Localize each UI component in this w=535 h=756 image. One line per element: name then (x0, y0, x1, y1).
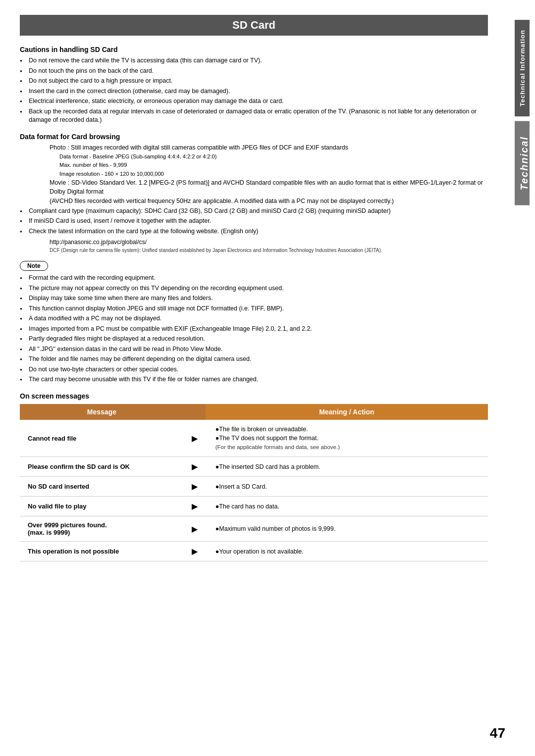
list-item: If miniSD Card is used, insert / remove … (20, 217, 488, 226)
list-item: The folder and file names may be differe… (20, 355, 488, 364)
table-row: No SD card inserted ▶ ●Insert a SD Card. (20, 477, 488, 497)
list-item: Check the latest information on the card… (20, 227, 488, 236)
action-bullet: ●The file is broken or unreadable. (214, 425, 480, 434)
arrow-icon: ▶ (184, 457, 206, 477)
message-cell: No valid file to play (20, 497, 184, 516)
cautions-list: Do not remove the card while the TV is a… (20, 56, 488, 125)
list-item: Insert the card in the correct direction… (20, 87, 488, 96)
action-bullet: ●Maximum valid number of photos is 9,999… (214, 524, 480, 534)
action-cell: ●Maximum valid number of photos is 9,999… (206, 516, 488, 542)
list-item: Do not touch the pins on the back of the… (20, 67, 488, 76)
messages-table: Message Meaning / Action Cannot read fil… (20, 404, 488, 562)
action-cell: ●Your operation is not available. (206, 542, 488, 561)
arrow-icon: ▶ (184, 542, 206, 561)
arrow-icon: ▶ (184, 516, 206, 542)
list-item: Images imported from a PC must be compat… (20, 325, 488, 334)
message-cell: No SD card inserted (20, 477, 184, 497)
message-cell: Over 9999 pictures found. (max. is 9999) (20, 516, 184, 542)
photo-detail-2: Image resolution - 160 × 120 to 10,000,0… (20, 170, 488, 178)
action-bullet: ●The inserted SD card has a problem. (214, 462, 480, 472)
dcf-note: DCF (Design rule for camera file system)… (20, 248, 488, 253)
col-arrow-header (184, 404, 206, 420)
data-format-bullets: Compliant card type (maximum capacity): … (20, 207, 488, 236)
page-title: SD Card (20, 15, 488, 36)
tab-technical-info: Technical Information (515, 20, 530, 116)
list-item: Compliant card type (maximum capacity): … (20, 207, 488, 216)
action-cell: ●Insert a SD Card. (206, 477, 488, 497)
note-box-wrapper: Note (20, 258, 488, 274)
photo-detail-1: Max. number of files - 9,999 (20, 161, 488, 169)
action-bullet: ●The TV does not support the format. (214, 434, 480, 443)
table-row: No valid file to play ▶ ●The card has no… (20, 497, 488, 516)
action-cell: ●The inserted SD card has a problem. (206, 457, 488, 477)
arrow-icon: ▶ (184, 497, 206, 516)
arrow-icon: ▶ (184, 420, 206, 457)
col-message-header: Message (20, 404, 184, 420)
photo-line: Photo : Still images recorded with digit… (20, 144, 488, 152)
list-item: This function cannot display Motion JPEG… (20, 304, 488, 313)
action-bullet: ●The card has no data. (214, 502, 480, 511)
action-bullet: ●Your operation is not available. (214, 547, 480, 556)
page-wrapper: Technical Information Technical SD Card … (0, 0, 535, 756)
list-item: Back up the recorded data at regular int… (20, 107, 488, 125)
list-item: All ".JPG" extension datas in the card w… (20, 345, 488, 354)
list-item: Electrical interference, static electric… (20, 97, 488, 106)
col-meaning-header: Meaning / Action (206, 404, 488, 420)
url-text: http://panasonic.co.jp/pavc/global/cs/ (20, 239, 488, 246)
movie-note: (AVCHD files recorded with vertical freq… (20, 197, 488, 206)
tab-technical: Technical (515, 121, 530, 205)
cautions-heading: Cautions in handling SD Card (20, 46, 488, 53)
main-content: SD Card Cautions in handling SD Card Do … (0, 0, 508, 601)
list-item: Format the card with the recording equip… (20, 274, 488, 283)
arrow-icon: ▶ (184, 477, 206, 497)
movie-line: Movie : SD-Video Standard Ver. 1.2 [MPEG… (20, 179, 488, 196)
page-number: 47 (490, 725, 505, 741)
right-tab: Technical Information Technical (509, 0, 535, 756)
list-item: Do not remove the card while the TV is a… (20, 56, 488, 65)
list-item: Do not use two-byte characters or other … (20, 365, 488, 374)
photo-detail-0: Data format - Baseline JPEG (Sub-samplin… (20, 153, 488, 160)
message-cell: Cannot read file (20, 420, 184, 457)
list-item: Do not subject the card to a high pressu… (20, 77, 488, 86)
table-row: Cannot read file ▶ ●The file is broken o… (20, 420, 488, 457)
note-label: Note (20, 261, 48, 271)
note-list: Format the card with the recording equip… (20, 274, 488, 384)
on-screen-heading: On screen messages (20, 392, 488, 400)
list-item: A data modified with a PC may not be dis… (20, 314, 488, 323)
data-format-heading: Data format for Card browsing (20, 133, 488, 141)
list-item: Display may take some time when there ar… (20, 294, 488, 303)
action-bullet: ●Insert a SD Card. (214, 482, 480, 492)
message-cell: This operation is not possible (20, 542, 184, 561)
list-item: Partly degraded files might be displayed… (20, 335, 488, 344)
message-cell: Please confirm the SD card is OK (20, 457, 184, 477)
table-row: This operation is not possible ▶ ●Your o… (20, 542, 488, 561)
action-cell: ●The card has no data. (206, 497, 488, 516)
table-row: Please confirm the SD card is OK ▶ ●The … (20, 457, 488, 477)
list-item: The picture may not appear correctly on … (20, 284, 488, 293)
table-row: Over 9999 pictures found. (max. is 9999)… (20, 516, 488, 542)
list-item: The card may become unusable with this T… (20, 375, 488, 384)
action-sub: (For the applicable formats and data, se… (214, 443, 480, 452)
action-cell: ●The file is broken or unreadable. ●The … (206, 420, 488, 457)
